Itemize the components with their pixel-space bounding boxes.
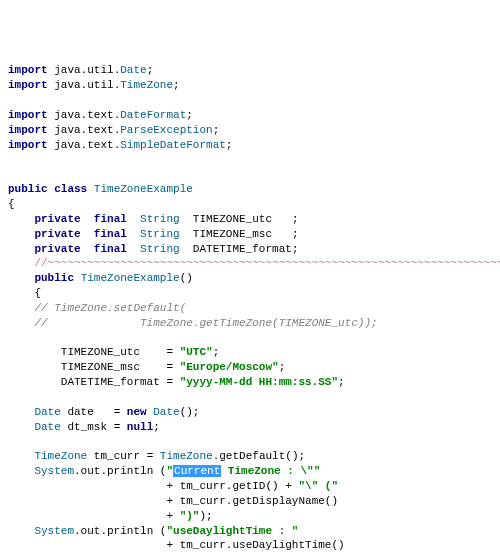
string-literal: "\" (" [298, 480, 338, 492]
constructor-name: TimeZoneExample [81, 272, 180, 284]
keyword-class: class [54, 183, 87, 195]
var-name: date [67, 406, 93, 418]
paren-empty: () [180, 272, 193, 284]
type-timezone: TimeZone [160, 450, 213, 462]
semicolon: ; [173, 79, 180, 91]
pkg-path: java.util. [54, 64, 120, 76]
keyword-import: import [8, 109, 48, 121]
method-call: .out.println ( [74, 525, 166, 537]
keyword-private: private [34, 213, 80, 225]
keyword-import: import [8, 79, 48, 91]
code-block: import java.util.Date; import java.util.… [8, 63, 500, 553]
call: (); [180, 406, 200, 418]
lbrace: { [8, 198, 15, 210]
class-name: TimeZoneExample [94, 183, 193, 195]
string-literal: TimeZone : \"" [221, 465, 320, 477]
type-timezone: TimeZone [120, 79, 173, 91]
keyword-import: import [8, 124, 48, 136]
eq: = [94, 406, 127, 418]
type-timezone: TimeZone [34, 450, 87, 462]
keyword-public: public [34, 272, 74, 284]
semicolon: ; [186, 109, 193, 121]
keyword-final: final [94, 228, 127, 240]
keyword-private: private [34, 228, 80, 240]
concat-line: + tm_curr.getDisplayName() [8, 495, 338, 507]
type-string: String [140, 228, 180, 240]
selected-text: Current [173, 465, 221, 477]
separator-line: //~~~~~~~~~~~~~~~~~~~~~~~~~~~~~~~~~~~~~~… [34, 257, 500, 269]
type-string: String [140, 213, 180, 225]
keyword-new: new [127, 406, 147, 418]
type-system: System [34, 525, 74, 537]
string-literal: ")" [180, 510, 200, 522]
field: TIMEZONE_msc [193, 228, 272, 240]
keyword-private: private [34, 243, 80, 255]
close: ); [199, 510, 212, 522]
lbrace: { [34, 287, 41, 299]
string-literal: "yyyy-MM-dd HH:mm:ss.SS" [180, 376, 338, 388]
type-date: Date [153, 406, 179, 418]
method-call: .out.println ( [74, 465, 166, 477]
pkg-path: java.util. [54, 79, 120, 91]
pkg-path: java.text. [54, 109, 120, 121]
semicolon: ; [147, 64, 154, 76]
string-literal: "UTC" [180, 346, 213, 358]
pkg-path: java.text. [54, 124, 120, 136]
semicolon: ; [279, 361, 286, 373]
semicolon: ; [292, 243, 299, 255]
assign-line: DATETIME_format = [8, 376, 180, 388]
comment-line: // TimeZone.setDefault( [34, 302, 186, 314]
call: .getDefault(); [213, 450, 305, 462]
var-name: tm_curr [94, 450, 140, 462]
semicolon: ; [338, 376, 345, 388]
semicolon: ; [213, 346, 220, 358]
keyword-final: final [94, 213, 127, 225]
semicolon: ; [226, 139, 233, 151]
concat-line: + tm_curr.getID() + [8, 480, 298, 492]
string-literal: "useDaylightTime : " [166, 525, 298, 537]
var-name: dt_msk [67, 421, 107, 433]
assign-line: TIMEZONE_msc = [8, 361, 180, 373]
semicolon: ; [292, 228, 299, 240]
field: TIMEZONE_utc [193, 213, 272, 225]
semicolon: ; [292, 213, 299, 225]
type-system: System [34, 465, 74, 477]
type-date: Date [120, 64, 146, 76]
type-dateformat: DateFormat [120, 109, 186, 121]
semicolon: ; [213, 124, 220, 136]
pkg-path: java.text. [54, 139, 120, 151]
keyword-null: null [127, 421, 153, 433]
assign-line: TIMEZONE_utc = [8, 346, 180, 358]
eq: = [107, 421, 127, 433]
comment-line: // TimeZone.getTimeZone(TIMEZONE_utc)); [34, 317, 377, 329]
keyword-final: final [94, 243, 127, 255]
type-parseexception: ParseException [120, 124, 212, 136]
type-date: Date [34, 421, 60, 433]
type-string: String [140, 243, 180, 255]
type-date: Date [34, 406, 60, 418]
semicolon: ; [153, 421, 160, 433]
keyword-import: import [8, 64, 48, 76]
keyword-public: public [8, 183, 48, 195]
type-simpledateformat: SimpleDateFormat [120, 139, 226, 151]
concat-line: + [8, 510, 180, 522]
field: DATETIME_format [193, 243, 292, 255]
keyword-import: import [8, 139, 48, 151]
string-literal: "Europe/Moscow" [180, 361, 279, 373]
concat-line: + tm_curr.useDaylightTime() [8, 539, 345, 551]
